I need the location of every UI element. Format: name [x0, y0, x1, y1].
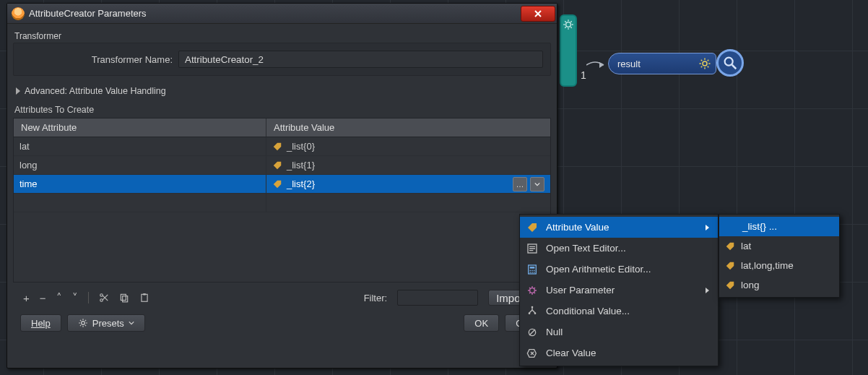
- text-editor-icon: [526, 243, 538, 254]
- menu-label: User Parameter: [546, 285, 615, 296]
- submenu-label: lat: [741, 241, 751, 251]
- cell-value-text: _list{2}: [287, 178, 315, 189]
- chevron-right-icon: [706, 288, 709, 293]
- ok-button[interactable]: OK: [464, 314, 499, 332]
- menu-conditional-value[interactable]: Conditional Value...: [520, 301, 718, 322]
- value-editor-button[interactable]: …: [513, 177, 527, 191]
- svg-line-3: [732, 65, 737, 69]
- table-row-empty[interactable]: [14, 194, 550, 212]
- submenu-label: _list{} ...: [742, 221, 777, 232]
- move-down-button[interactable]: ˅: [72, 291, 78, 304]
- calculator-icon: [526, 264, 538, 275]
- section-transformer-label: Transformer: [14, 31, 551, 41]
- paste-button[interactable]: [139, 293, 149, 303]
- menu-attribute-value[interactable]: Attribute Value: [520, 217, 718, 238]
- svg-point-15: [531, 270, 533, 271]
- attribute-tag-icon: [272, 160, 282, 171]
- submenu-item[interactable]: lat,long,time: [719, 256, 839, 275]
- svg-line-25: [529, 329, 535, 335]
- close-icon: [534, 9, 542, 18]
- column-new-attribute[interactable]: New Attribute: [14, 118, 266, 137]
- svg-point-18: [531, 272, 533, 273]
- menu-label: Clear Value: [546, 348, 596, 358]
- cell-name[interactable]: time: [14, 175, 266, 193]
- cell-name[interactable]: long: [14, 156, 266, 174]
- svg-rect-6: [121, 294, 126, 300]
- svg-point-5: [100, 294, 103, 297]
- cell-value[interactable]: _list{0}: [266, 137, 550, 155]
- presets-button[interactable]: Presets: [67, 314, 145, 332]
- menu-open-text-editor[interactable]: Open Text Editor...: [520, 238, 718, 259]
- attribute-tag-icon: [725, 261, 735, 271]
- scissors-icon: [99, 293, 109, 303]
- help-button[interactable]: Help: [20, 314, 61, 332]
- gear-icon: [78, 318, 88, 328]
- gear-user-icon: [526, 285, 538, 296]
- table-header: New Attribute Attribute Value: [14, 118, 550, 137]
- table-row[interactable]: long _list{1}: [14, 156, 550, 175]
- submenu-item[interactable]: lat: [719, 236, 839, 256]
- svg-point-19: [534, 272, 535, 273]
- table-row[interactable]: time _list{2} …: [14, 175, 550, 194]
- menu-label: Attribute Value: [546, 222, 609, 233]
- submenu-item[interactable]: _list{} ...: [719, 217, 839, 236]
- cell-name[interactable]: lat: [14, 137, 266, 155]
- filter-label: Filter:: [364, 293, 388, 303]
- chevron-right-icon: [706, 225, 709, 230]
- attribute-tag-icon: [272, 179, 282, 189]
- add-row-button[interactable]: +: [23, 292, 30, 304]
- menu-open-arithmetic-editor[interactable]: Open Arithmetic Editor...: [520, 259, 718, 280]
- value-dropdown-button[interactable]: [530, 177, 544, 191]
- gear-icon[interactable]: [697, 56, 713, 72]
- svg-point-21: [531, 306, 534, 308]
- branch-icon: [526, 306, 538, 317]
- magnifier-icon: [722, 55, 738, 71]
- menu-label: Open Arithmetic Editor...: [546, 264, 651, 275]
- svg-rect-7: [122, 296, 127, 302]
- copy-button[interactable]: [119, 293, 129, 303]
- connection-arrow-icon: [586, 59, 608, 71]
- attribute-tag-icon: [725, 280, 735, 290]
- attributes-table: New Attribute Attribute Value lat _list{…: [13, 118, 551, 283]
- cut-button[interactable]: [99, 293, 109, 303]
- menu-clear-value[interactable]: Clear Value: [520, 342, 718, 363]
- chevron-down-icon: [534, 181, 540, 187]
- toolbar-separator: [88, 292, 89, 303]
- chevron-down-icon: [129, 320, 134, 326]
- section-attributes-label: Attributes To Create: [14, 105, 551, 115]
- attributecreator-dialog: AttributeCreator Parameters Transformer …: [6, 3, 557, 368]
- transformer-output-port[interactable]: [560, 14, 577, 87]
- dialog-titlebar[interactable]: AttributeCreator Parameters: [7, 4, 557, 24]
- svg-point-10: [81, 322, 84, 325]
- column-attribute-value[interactable]: Attribute Value: [266, 118, 550, 137]
- close-button[interactable]: [521, 6, 555, 22]
- menu-null[interactable]: Null: [520, 322, 718, 342]
- table-row[interactable]: lat _list{0}: [14, 137, 550, 156]
- paste-icon: [139, 293, 149, 303]
- submenu-label: long: [741, 280, 760, 290]
- value-context-menu: Attribute Value Open Text Editor... Open…: [519, 214, 719, 366]
- result-node-label: result: [617, 59, 641, 69]
- attribute-tag-icon: [725, 241, 735, 251]
- advanced-expander[interactable]: Advanced: Attribute Value Handling: [16, 86, 551, 96]
- cell-value-text: _list{1}: [287, 160, 315, 171]
- port-index: 1: [581, 69, 586, 81]
- filter-input[interactable]: [397, 290, 478, 306]
- transformer-name-input[interactable]: [178, 51, 543, 68]
- move-up-button[interactable]: ˄: [56, 291, 62, 304]
- svg-point-16: [534, 270, 535, 271]
- inspect-button[interactable]: [716, 49, 744, 77]
- submenu-item[interactable]: long: [719, 275, 839, 295]
- attribute-value-submenu: _list{} ... lat lat,long,time long: [719, 214, 840, 298]
- svg-point-17: [529, 272, 531, 273]
- submenu-label: lat,long,time: [741, 260, 794, 271]
- svg-point-20: [530, 288, 535, 293]
- menu-user-parameter[interactable]: User Parameter: [520, 280, 718, 301]
- svg-point-2: [725, 58, 733, 66]
- cell-value[interactable]: _list{2} …: [266, 175, 550, 193]
- cell-value-text: _list{0}: [287, 141, 315, 152]
- result-node[interactable]: result: [608, 53, 716, 74]
- remove-row-button[interactable]: −: [40, 292, 46, 304]
- menu-label: Conditional Value...: [546, 306, 630, 316]
- cell-value[interactable]: _list{1}: [266, 156, 550, 174]
